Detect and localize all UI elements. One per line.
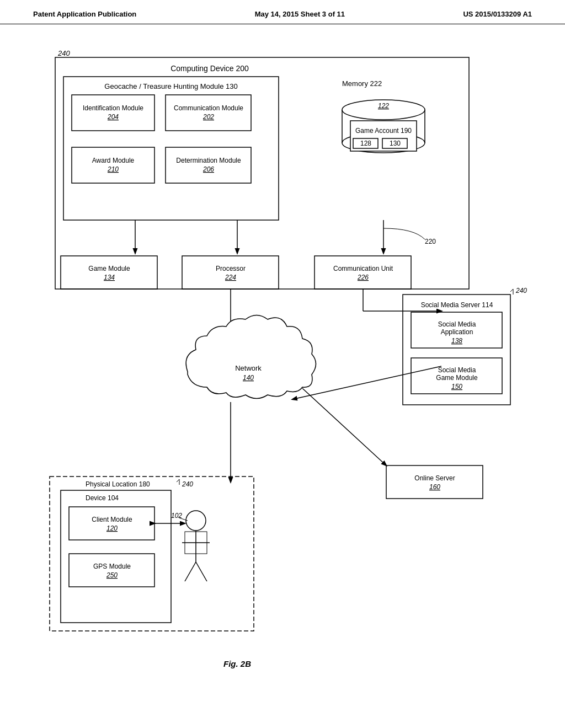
svg-text:Social Media Server  114: Social Media Server 114: [421, 301, 493, 309]
svg-text:Fig. 2B: Fig. 2B: [223, 659, 251, 668]
svg-rect-0: [55, 57, 469, 289]
svg-line-80: [196, 562, 207, 581]
svg-text:204: 204: [107, 113, 119, 121]
svg-text:GPS Module: GPS Module: [93, 563, 131, 570]
svg-text:Geocache / Treasure Hunting Mo: Geocache / Treasure Hunting Module 130: [104, 82, 237, 90]
svg-point-18: [342, 100, 425, 120]
svg-text:Social Media: Social Media: [438, 366, 476, 374]
svg-text:Determination Module: Determination Module: [176, 157, 241, 164]
svg-text:Processor: Processor: [216, 265, 246, 272]
svg-rect-8: [166, 95, 251, 131]
svg-text:160: 160: [429, 483, 440, 491]
svg-rect-62: [386, 465, 483, 499]
diagram-svg: 240 Computing Device 200 Geocache / Trea…: [0, 24, 565, 697]
svg-text:Social Media: Social Media: [438, 320, 476, 328]
svg-text:Physical Location  180: Physical Location 180: [86, 480, 150, 488]
svg-text:240: 240: [515, 287, 527, 295]
svg-rect-28: [382, 138, 407, 148]
diagram-area: 240 Computing Device 200 Geocache / Trea…: [0, 24, 565, 697]
svg-text:Award Module: Award Module: [92, 157, 135, 164]
svg-text:Online Server: Online Server: [414, 474, 455, 482]
svg-rect-70: [69, 507, 154, 540]
svg-line-83: [179, 518, 188, 521]
svg-text:138: 138: [451, 337, 462, 345]
svg-text:Client Module: Client Module: [92, 516, 132, 523]
svg-text:130: 130: [390, 140, 401, 147]
svg-text:Communication Unit: Communication Unit: [333, 265, 393, 272]
svg-text:Game Account  190: Game Account 190: [355, 127, 412, 135]
svg-rect-11: [72, 147, 154, 183]
svg-rect-65: [50, 477, 254, 631]
svg-rect-49: [403, 295, 510, 405]
svg-text:250: 250: [106, 571, 118, 579]
svg-text:102: 102: [171, 512, 182, 520]
svg-rect-81: [185, 532, 207, 554]
svg-rect-52: [411, 312, 502, 348]
svg-text:Game Module: Game Module: [436, 374, 478, 382]
svg-text:Identification Module: Identification Module: [83, 104, 143, 112]
svg-text:202: 202: [202, 113, 214, 121]
svg-text:120: 120: [106, 524, 118, 532]
svg-text:210: 210: [107, 165, 119, 173]
svg-text:Network: Network: [235, 364, 262, 372]
svg-rect-73: [69, 554, 154, 587]
svg-line-61: [302, 388, 386, 465]
svg-text:220: 220: [425, 238, 436, 245]
svg-text:Application: Application: [441, 328, 473, 336]
svg-rect-56: [411, 358, 502, 394]
svg-rect-68: [61, 490, 171, 623]
svg-text:128: 128: [360, 140, 371, 147]
svg-rect-19: [342, 110, 425, 143]
svg-rect-3: [63, 77, 279, 220]
header-right: US 2015/0133209 A1: [463, 10, 532, 18]
svg-text:206: 206: [202, 165, 214, 173]
svg-text:224: 224: [225, 274, 236, 281]
header-left: Patent Application Publication: [33, 10, 136, 18]
svg-text:Memory  222: Memory 222: [342, 79, 382, 88]
svg-rect-40: [315, 256, 411, 289]
svg-text:240: 240: [182, 480, 193, 488]
svg-text:Game Module: Game Module: [88, 265, 130, 272]
svg-rect-24: [350, 121, 417, 151]
header-middle: May 14, 2015 Sheet 3 of 11: [255, 10, 345, 18]
svg-rect-34: [61, 256, 157, 289]
svg-line-46: [292, 366, 441, 399]
svg-rect-26: [353, 138, 378, 148]
svg-text:150: 150: [451, 383, 462, 390]
svg-rect-14: [166, 147, 251, 183]
svg-text:134: 134: [104, 274, 115, 281]
svg-rect-37: [182, 256, 279, 289]
svg-line-79: [185, 562, 196, 581]
svg-point-22: [342, 133, 425, 153]
svg-text:226: 226: [357, 274, 369, 281]
svg-text:122: 122: [378, 102, 389, 110]
svg-text:Device  104: Device 104: [86, 494, 119, 502]
svg-text:140: 140: [243, 374, 254, 382]
svg-text:Computing Device  200: Computing Device 200: [170, 64, 249, 73]
svg-text:Communication Module: Communication Module: [174, 104, 243, 112]
page-header: Patent Application Publication May 14, 2…: [0, 0, 565, 24]
svg-point-76: [186, 511, 206, 531]
svg-text:240: 240: [57, 49, 70, 57]
svg-rect-5: [72, 95, 154, 131]
